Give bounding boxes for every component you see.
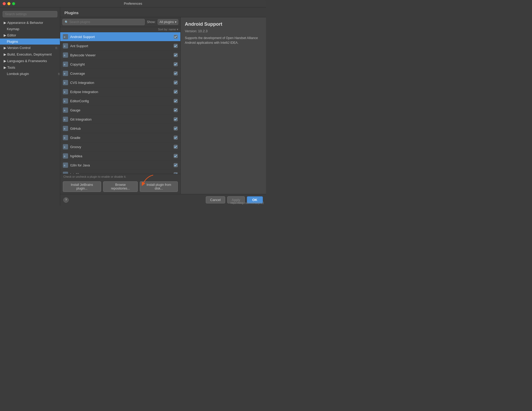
plugin-checkbox-groovy[interactable]	[174, 145, 178, 149]
plugin-icon-i18n-java: ⚙	[63, 163, 68, 168]
svg-rect-3	[63, 43, 68, 48]
plugin-checkbox-android-support[interactable]	[174, 35, 178, 39]
plugin-checkbox-git-integration[interactable]	[174, 117, 178, 121]
plugin-name-coverage: Coverage	[70, 72, 174, 75]
plugin-checkbox-ant-support[interactable]	[174, 44, 178, 48]
sidebar-item-lombok-plugin[interactable]: Lombok plugin ⎘	[0, 71, 60, 77]
plugin-icon-git-integration: ⚙	[63, 117, 68, 122]
plugin-checkbox-cvs-integration[interactable]	[174, 80, 178, 85]
plugin-item-gradle[interactable]: ⚙ Gradle	[60, 133, 180, 142]
content-main: 🔍 Show: All plugins ▾ Sort by: name ▾	[60, 17, 266, 194]
plugin-checkbox-i18n-java[interactable]	[174, 163, 178, 167]
plugin-checkbox-editorconfig[interactable]	[174, 99, 178, 103]
plugin-checkbox-gauge[interactable]	[174, 108, 178, 112]
search-container	[0, 9, 60, 19]
search-icon: 🔍	[65, 20, 68, 24]
plugin-item-copyright[interactable]: ⚙ Copyright	[60, 60, 180, 69]
sidebar-item-version-control[interactable]: ▶ Version Control ⎘	[0, 45, 60, 51]
svg-rect-36	[63, 144, 68, 149]
plugin-item-editorconfig[interactable]: ⚙ EditorConfig	[60, 96, 180, 106]
plugin-item-github[interactable]: ⚙ GitHub	[60, 124, 180, 133]
sidebar-item-keymap[interactable]: Keymap	[0, 26, 60, 32]
plugin-item-bytecode-viewer[interactable]: ⚙ Bytecode Viewer	[60, 51, 180, 60]
plugin-item-cvs-integration[interactable]: ⚙ CVS Integration	[60, 78, 180, 87]
plugin-search-box[interactable]: 🔍	[62, 19, 145, 25]
install-jetbrains-button[interactable]: Install JetBrains plugin...	[63, 181, 101, 192]
plugin-item-coverage[interactable]: ⚙ Coverage	[60, 69, 180, 78]
plugin-item-ant-support[interactable]: ⚙ Ant Support	[60, 41, 180, 51]
plugin-item-hg4idea[interactable]: ⚙ hg4idea	[60, 152, 180, 161]
svg-rect-42	[63, 163, 68, 168]
plugin-item-groovy[interactable]: ⚙ Groovy	[60, 142, 180, 152]
sidebar-item-appearance-behavior[interactable]: ▶ Appearance & Behavior	[0, 19, 60, 26]
plugin-icon-coverage: ⚙	[63, 71, 68, 76]
sidebar-item-languages-frameworks[interactable]: ▶ Languages & Frameworks	[0, 58, 60, 64]
svg-rect-12	[63, 71, 68, 76]
plugin-item-android-support[interactable]: ⚙ Android Support	[60, 32, 180, 41]
plugin-icon-gauge: ⚙	[63, 107, 68, 113]
plugin-icon-intellilang: ⚙	[63, 172, 68, 174]
svg-text:⚙: ⚙	[64, 146, 65, 148]
svg-text:⚙: ⚙	[64, 164, 65, 167]
plugin-toolbar: 🔍 Show: All plugins ▾	[60, 17, 180, 27]
plugin-checkbox-coverage[interactable]	[174, 71, 178, 75]
expand-arrow-icon: ▶	[4, 66, 6, 69]
expand-arrow-icon: ▶	[4, 59, 6, 63]
show-dropdown[interactable]: All plugins ▾	[158, 19, 178, 25]
svg-rect-21	[63, 98, 68, 104]
plugin-name-gradle: Gradle	[70, 136, 174, 140]
plugins-header: Plugins	[60, 7, 266, 17]
plugin-item-intellilang[interactable]: ⚙ IntelliLang	[60, 170, 180, 174]
sidebar-item-editor[interactable]: ▶ Editor	[0, 32, 60, 39]
sidebar-search-input[interactable]	[3, 11, 57, 17]
svg-text:⚙: ⚙	[64, 100, 65, 102]
plugin-footer: Check or uncheck a plugin to enable or d…	[60, 174, 180, 194]
sort-arrow-icon: ▾	[177, 28, 178, 31]
sidebar-item-plugins[interactable]: Plugins	[0, 39, 60, 45]
close-button[interactable]	[3, 2, 6, 5]
plugin-checkbox-bytecode-viewer[interactable]	[174, 53, 178, 57]
watermark: https://blog.csdn.net/taojin12	[231, 202, 264, 204]
minimize-button[interactable]	[7, 2, 10, 5]
dropdown-arrow-icon: ▾	[175, 20, 176, 24]
plugin-list-panel: 🔍 Show: All plugins ▾ Sort by: name ▾	[60, 17, 181, 194]
plugin-icon-github: ⚙	[63, 126, 68, 131]
plugin-icon-groovy: ⚙	[63, 144, 68, 149]
svg-rect-15	[63, 80, 68, 85]
svg-rect-27	[63, 117, 68, 122]
plugin-item-eclipse-integration[interactable]: ⚙ Eclipse Integration	[60, 87, 180, 96]
sidebar-item-tools[interactable]: ▶ Tools	[0, 64, 60, 71]
help-button[interactable]: ?	[63, 197, 69, 203]
plugin-item-i18n-java[interactable]: ⚙ I18n for Java	[60, 161, 180, 170]
plugin-name-hg4idea: hg4idea	[70, 154, 174, 158]
plugin-checkbox-gradle[interactable]	[174, 136, 178, 140]
show-label: Show:	[147, 20, 156, 24]
plugin-item-git-integration[interactable]: ⚙ Git Integration	[60, 115, 180, 124]
plugin-item-gauge[interactable]: ⚙ Gauge	[60, 106, 180, 115]
plugin-detail-name: Android Support	[185, 21, 262, 27]
svg-text:⚙: ⚙	[64, 127, 65, 130]
install-from-disk-button[interactable]: Install plugin from disk...	[140, 181, 178, 192]
plugin-name-copyright: Copyright	[70, 62, 174, 66]
svg-text:⚙: ⚙	[64, 72, 65, 75]
plugin-checkbox-github[interactable]	[174, 126, 178, 131]
sidebar: ▶ Appearance & Behavior Keymap ▶ Editor …	[0, 7, 60, 206]
plugin-checkbox-copyright[interactable]	[174, 62, 178, 66]
maximize-button[interactable]	[12, 2, 15, 5]
plugin-checkbox-eclipse-integration[interactable]	[174, 90, 178, 94]
svg-text:⚙: ⚙	[64, 118, 65, 121]
sort-bar[interactable]: Sort by: name ▾	[60, 27, 180, 32]
svg-text:⚙: ⚙	[64, 109, 65, 112]
svg-text:⚙: ⚙	[64, 82, 65, 84]
plugin-name-groovy: Groovy	[70, 145, 174, 149]
content-area: Plugins 🔍 Show: All plugins ▾ Sort by:	[60, 7, 266, 206]
sidebar-item-build-execution[interactable]: ▶ Build, Execution, Deployment	[0, 51, 60, 58]
svg-text:⚙: ⚙	[64, 137, 65, 139]
plugin-search-input[interactable]	[69, 20, 142, 24]
svg-text:⚙: ⚙	[64, 45, 65, 47]
plugin-checkbox-hg4idea[interactable]	[174, 154, 178, 158]
plugin-detail-panel: Android Support Version: 10.2.3 Supports…	[181, 17, 266, 194]
cancel-button[interactable]: Cancel	[206, 196, 225, 203]
plugin-icon-cvs-integration: ⚙	[63, 80, 68, 85]
browse-repositories-button[interactable]: Browse repositories...	[103, 181, 138, 192]
